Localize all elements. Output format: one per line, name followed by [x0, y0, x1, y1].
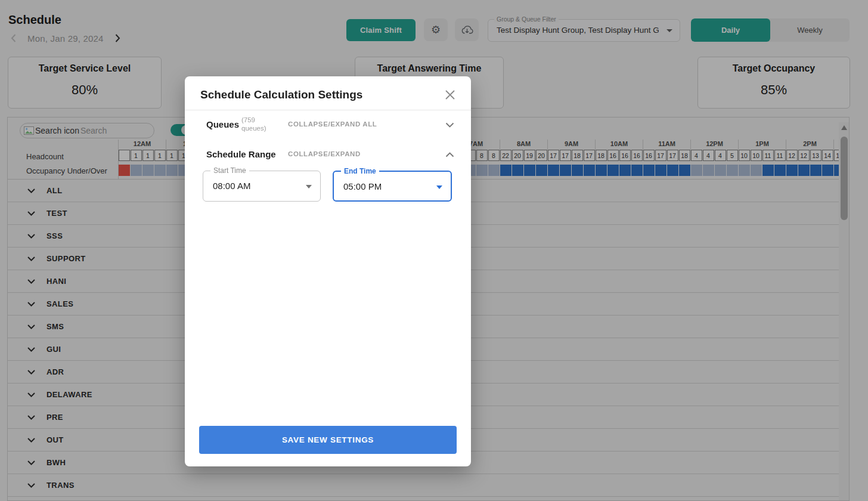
schedule-calculation-settings-dialog: Schedule Calculation Settings Queues (75… [185, 76, 471, 466]
chevron-down-icon [445, 119, 454, 130]
queues-section-header[interactable]: Queues (759 queues) COLLAPSE/EXPAND ALL [185, 119, 471, 143]
dialog-title: Schedule Calculation Settings [200, 88, 362, 101]
start-time-value: 08:00 AM [213, 171, 250, 201]
schedule-range-collapse-expand-action[interactable]: COLLAPSE/EXPAND [288, 150, 361, 157]
start-time-select[interactable]: Start Time 08:00 AM [203, 171, 321, 202]
close-icon [445, 89, 455, 100]
queues-section-label: Queues [206, 119, 239, 129]
dropdown-arrow-icon [306, 185, 312, 188]
close-dialog-button[interactable] [442, 87, 458, 103]
queues-count: (759 queues) [241, 116, 274, 133]
save-new-settings-button[interactable]: SAVE NEW SETTINGS [199, 426, 457, 454]
schedule-range-label: Schedule Range [206, 149, 276, 159]
queues-collapse-expand-action[interactable]: COLLAPSE/EXPAND ALL [288, 120, 377, 128]
end-time-select[interactable]: End Time 05:00 PM [333, 171, 452, 202]
schedule-range-section-header[interactable]: Schedule Range COLLAPSE/EXPAND [185, 149, 471, 167]
dropdown-arrow-icon [436, 185, 442, 189]
divider [185, 110, 471, 110]
chevron-up-icon [445, 149, 454, 160]
end-time-value: 05:00 PM [343, 172, 382, 202]
